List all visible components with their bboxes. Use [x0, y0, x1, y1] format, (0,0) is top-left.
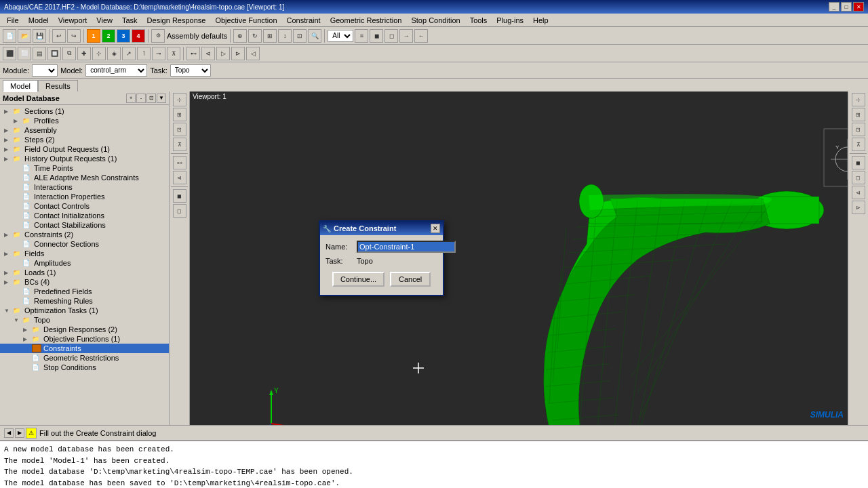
tb2-btn13[interactable]: ⊷	[186, 47, 200, 60]
tree-item[interactable]: ▶📁Constraints (2)	[0, 230, 169, 239]
tree-item[interactable]: 📄Connector Sections	[0, 239, 169, 249]
tab-results[interactable]: Results	[38, 80, 78, 92]
ctx-btn-7[interactable]: ◼	[173, 189, 186, 203]
view-tb-btn-5[interactable]: ⊡	[293, 29, 307, 43]
tb2-btn16[interactable]: ⊳	[231, 47, 245, 60]
rt-btn-4[interactable]: ⊼	[852, 138, 865, 151]
menu-view[interactable]: View	[92, 15, 117, 26]
menu-task[interactable]: Task	[118, 15, 142, 26]
tree-item[interactable]: 📄Contact Stabilizations	[0, 220, 169, 230]
display-select[interactable]: All	[328, 30, 353, 42]
tree-item[interactable]: ▶📁History Output Requests (1)	[0, 154, 169, 163]
tree-item[interactable]: ▼📁Optimization Tasks (1)	[0, 306, 169, 315]
tb2-btn12[interactable]: ⊼	[167, 47, 180, 60]
tb2-btn4[interactable]: 🔲	[47, 47, 61, 60]
step-2[interactable]: 2	[102, 29, 115, 43]
status-nav-next[interactable]: ▶	[15, 428, 24, 438]
rt-btn-5[interactable]: ◼	[852, 156, 865, 169]
tb2-btn15[interactable]: ▷	[216, 47, 230, 60]
tb2-btn14[interactable]: ⊲	[201, 47, 215, 60]
filter-btn-4[interactable]: →	[399, 29, 413, 43]
tree-item[interactable]: 📄Contact Initializations	[0, 211, 169, 220]
minimize-btn[interactable]: _	[829, 2, 840, 12]
view-tb-btn-2[interactable]: ↻	[248, 29, 262, 43]
rt-btn-6[interactable]: ◻	[852, 171, 865, 184]
filter-btn-1[interactable]: ≡	[355, 29, 368, 43]
tb2-btn11[interactable]: ⊸	[152, 47, 165, 60]
cancel-button[interactable]: Cancel	[390, 272, 431, 287]
menu-objective-function[interactable]: Objective Function	[211, 15, 281, 26]
tab-model[interactable]: Model	[3, 80, 38, 92]
ctx-btn-2[interactable]: ⊞	[173, 108, 186, 121]
tb2-btn8[interactable]: ◈	[107, 47, 121, 60]
tree-item[interactable]: ▶📁Assembly	[0, 125, 169, 135]
close-btn[interactable]: ✕	[853, 2, 864, 12]
menu-viewport[interactable]: Viewport	[54, 15, 92, 26]
tree-item[interactable]: 📄Time Points	[0, 163, 169, 173]
rt-btn-1[interactable]: ⊹	[852, 93, 865, 106]
filter-btn-5[interactable]: ←	[414, 29, 428, 43]
menu-file[interactable]: File	[3, 15, 23, 26]
tree-item[interactable]: ▶📁Profiles	[0, 116, 169, 125]
tb2-btn9[interactable]: ↗	[122, 47, 136, 60]
tree-item[interactable]: 📄Geometric Restrictions	[0, 353, 169, 363]
maximize-btn[interactable]: □	[841, 2, 852, 12]
tree-item[interactable]: ▶📁Design Responses (2)	[0, 325, 169, 334]
tree-item[interactable]: 📄Stop Conditions	[0, 363, 169, 372]
ctx-btn-4[interactable]: ⊼	[173, 138, 186, 151]
ctx-btn-1[interactable]: ⊹	[173, 93, 186, 106]
panel-btn-2[interactable]: -	[136, 94, 146, 103]
tree-item[interactable]: 📄Interactions	[0, 182, 169, 192]
tree-item[interactable]: ▶📁BCs (4)	[0, 277, 169, 287]
view-tb-btn-1[interactable]: ⊕	[233, 29, 247, 43]
rt-btn-8[interactable]: ⊳	[852, 201, 865, 214]
tree-item[interactable]: ▶📁Objective Functions (1)	[0, 334, 169, 344]
tb2-btn2[interactable]: ⬜	[18, 47, 31, 60]
filter-btn-3[interactable]: ◻	[384, 29, 398, 43]
view-tb-btn-6[interactable]: 🔍	[308, 29, 321, 43]
open-btn[interactable]: 📂	[18, 29, 31, 43]
ctx-btn-5[interactable]: ⊷	[173, 156, 186, 169]
tb2-btn6[interactable]: ✚	[77, 47, 91, 60]
tb2-btn1[interactable]: ⬛	[3, 47, 16, 60]
model-select[interactable]: control_arm	[85, 64, 147, 77]
tree-item[interactable]: ▶📁Sections (1)	[0, 106, 169, 116]
view-tb-btn-4[interactable]: ↕	[278, 29, 292, 43]
tree-item[interactable]: Constraints	[0, 344, 169, 353]
undo-btn[interactable]: ↩	[52, 29, 66, 43]
redo-btn[interactable]: ↪	[67, 29, 81, 43]
module-select[interactable]: Optimization	[32, 64, 58, 77]
ctx-btn-8[interactable]: ◻	[173, 204, 186, 218]
save-btn[interactable]: 💾	[33, 29, 46, 43]
rt-btn-3[interactable]: ⊡	[852, 123, 865, 136]
tree-item[interactable]: ▼📁Topo	[0, 315, 169, 325]
step-1[interactable]: 1	[87, 29, 100, 43]
menu-stop-condition[interactable]: Stop Condition	[407, 15, 464, 26]
tb2-btn7[interactable]: ⊹	[92, 47, 106, 60]
ctx-btn-3[interactable]: ⊡	[173, 123, 186, 136]
continue-button[interactable]: Continue...	[332, 272, 384, 287]
tree-item[interactable]: 📄Predefined Fields	[0, 287, 169, 296]
panel-btn-3[interactable]: ⊡	[146, 94, 156, 103]
menu-constraint[interactable]: Constraint	[283, 15, 325, 26]
menu-plugins[interactable]: Plug-ins	[492, 15, 528, 26]
output-panel[interactable]: A new model database has been created. T…	[0, 440, 868, 488]
tb2-btn5[interactable]: ⧉	[62, 47, 76, 60]
rt-btn-2[interactable]: ⊞	[852, 108, 865, 121]
menu-design-response[interactable]: Design Response	[143, 15, 210, 26]
menu-geometric-restriction[interactable]: Geometric Restriction	[326, 15, 406, 26]
tree-item[interactable]: 📄Remeshing Rules	[0, 296, 169, 306]
task-select[interactable]: Topo	[170, 64, 211, 77]
menu-tools[interactable]: Tools	[466, 15, 492, 26]
new-btn[interactable]: 📄	[3, 29, 16, 43]
status-nav-prev[interactable]: ◀	[4, 428, 14, 438]
tb2-btn10[interactable]: ⊺	[137, 47, 151, 60]
panel-btn-1[interactable]: +	[126, 94, 136, 103]
tb2-btn17[interactable]: ◁	[246, 47, 260, 60]
tree-item[interactable]: ▶📁Fields	[0, 249, 169, 258]
step-3[interactable]: 3	[117, 29, 130, 43]
rt-btn-7[interactable]: ⊲	[852, 186, 865, 199]
dialog-close-button[interactable]: ✕	[431, 224, 440, 233]
tree-item[interactable]: 📄ALE Adaptive Mesh Constraints	[0, 173, 169, 182]
assembly-icon[interactable]: ⚙	[151, 29, 165, 43]
